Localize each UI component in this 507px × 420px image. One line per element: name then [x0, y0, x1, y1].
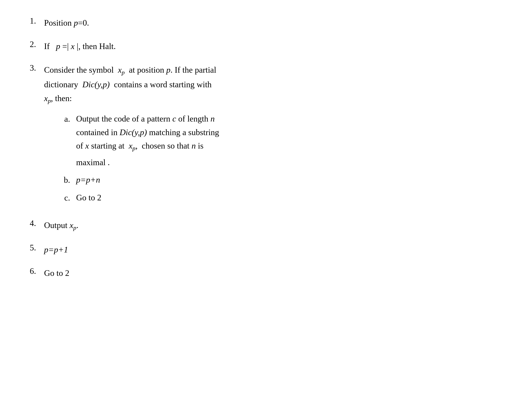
var-c: c — [172, 114, 176, 123]
list-item-5: 5. p=p+1 — [20, 243, 487, 257]
sub-b-text: p=p+n — [76, 175, 100, 184]
var-x-2: x — [71, 42, 75, 51]
var-dicyp-3: Dic(y,p) — [82, 80, 110, 89]
sub-label-c: c. — [60, 191, 76, 205]
sub-a-line1: Output the code of a pattern c of length… — [76, 112, 487, 125]
item-content-3: Consider the symbol xp at position p. If… — [44, 63, 487, 209]
item-3-line2: dictionary Dic(y,p) contains a word star… — [44, 78, 487, 91]
item-content-2: If p =| x |, then Halt. — [44, 39, 487, 53]
sub-content-c: Go to 2 — [76, 191, 487, 204]
sub-a-line4: maximal . — [76, 156, 487, 169]
list-item-1: 1. Position p=0. — [20, 16, 487, 30]
sub-content-a: Output the code of a pattern c of length… — [76, 112, 487, 169]
item-number-6: 6. — [20, 266, 44, 276]
item-number-4: 4. — [20, 218, 44, 228]
item-content-1: Position p=0. — [44, 16, 487, 30]
item-content-4: Output xp. — [44, 218, 487, 233]
sub-item-a: a. Output the code of a pattern c of len… — [60, 112, 487, 169]
item-number-2: 2. — [20, 39, 44, 49]
sub-a-line3: of x starting at xp, chosen so that n is — [76, 139, 487, 153]
var-x-a: x — [85, 141, 89, 150]
var-n-a1: n — [211, 114, 215, 123]
sub-a-line2: contained in Dic(y,p) matching a substri… — [76, 126, 487, 139]
var-dicyp-a: Dic(y,p) — [120, 128, 147, 137]
var-p-3: p — [166, 65, 170, 75]
sub-label-a: a. — [60, 112, 76, 126]
sub-label-b: b. — [60, 173, 76, 187]
sub-content-b: p=p+n — [76, 173, 487, 186]
var-xp-3b: xp — [44, 94, 51, 103]
list-item-4: 4. Output xp. — [20, 218, 487, 233]
sub-list: a. Output the code of a pattern c of len… — [60, 112, 487, 205]
var-p-1: p — [74, 18, 78, 28]
var-xp-4: xp — [70, 220, 76, 230]
list-item-3: 3. Consider the symbol xp at position p.… — [20, 63, 487, 209]
var-xp-a: xp — [129, 141, 135, 150]
var-n-a2: n — [191, 141, 196, 150]
list-item-6: 6. Go to 2 — [20, 266, 487, 280]
item-5-text: p=p+1 — [44, 245, 68, 254]
list-item-2: 2. If p =| x |, then Halt. — [20, 39, 487, 53]
item-content-5: p=p+1 — [44, 243, 487, 257]
item-3-line3: xp, then: — [44, 91, 487, 106]
if-text: If — [44, 42, 50, 51]
algorithm-list: 1. Position p=0. 2. If p =| x |, then Ha… — [20, 16, 487, 280]
that-text: that — [177, 141, 190, 150]
sub-item-b: b. p=p+n — [60, 173, 487, 187]
item-content-6: Go to 2 — [44, 266, 487, 280]
sub-item-c: c. Go to 2 — [60, 191, 487, 205]
var-xp-3: xp — [118, 65, 125, 75]
item-3-line1: Consider the symbol xp at position p. If… — [44, 63, 487, 78]
item-number-3: 3. — [20, 63, 44, 73]
var-p-2: p — [56, 42, 60, 51]
chosen-text: chosen — [142, 141, 165, 150]
item-number-5: 5. — [20, 243, 44, 252]
item-number-1: 1. — [20, 16, 44, 26]
